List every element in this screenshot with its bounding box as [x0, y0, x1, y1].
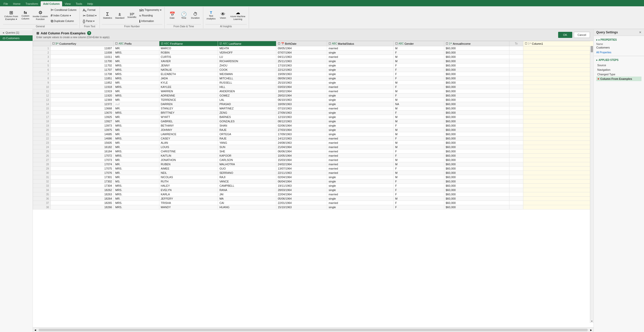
cell-column1-27[interactable]: [523, 158, 593, 162]
check-column1[interactable]: ☐: [525, 42, 527, 45]
tab-tools[interactable]: Tools: [73, 1, 85, 6]
cell-column1-19[interactable]: [523, 124, 593, 128]
check-gender[interactable]: ☐: [395, 42, 398, 45]
parse-btn[interactable]: {} Parse ▾: [82, 19, 97, 24]
step-column-from-examples[interactable]: ✕ Column From Examples: [596, 77, 641, 81]
col-header-customerkey[interactable]: ☐ 1²³ CustomerKey: [51, 41, 114, 46]
sidebar-collapse-arrow[interactable]: ◄: [2, 31, 5, 34]
column-from-examples-btn[interactable]: ⊞ Column FromExamples ▾: [3, 10, 19, 21]
check-lastname[interactable]: ☑: [219, 42, 222, 45]
steps-chevron[interactable]: ▸: [596, 59, 598, 61]
check-annualincome[interactable]: ☐: [446, 42, 448, 45]
cell-column1-29[interactable]: [523, 167, 593, 171]
col-header-firstname[interactable]: ☑ ABC FirstName: [159, 41, 218, 46]
cell-column1-18[interactable]: [523, 119, 593, 124]
step-source[interactable]: Source: [596, 63, 641, 67]
cell-column1-14[interactable]: [523, 102, 593, 106]
cell-column1-15[interactable]: [523, 106, 593, 111]
cell-column1-1[interactable]: [523, 46, 593, 51]
all-properties-link[interactable]: All Properties: [596, 51, 641, 54]
index-column-btn[interactable]: # Index Column ▾: [50, 13, 78, 18]
ok-button[interactable]: OK: [558, 32, 572, 38]
rounding-btn[interactable]: ≈ Rounding: [138, 13, 162, 18]
cancel-button[interactable]: Cancel: [574, 32, 590, 38]
scroll-right-btn[interactable]: ►: [589, 328, 593, 331]
cell-column1-7[interactable]: [523, 72, 593, 76]
invoke-custom-btn[interactable]: ⚙ Invoke CustomFunction: [32, 10, 49, 21]
duration-btn[interactable]: ⏱ Duration: [190, 11, 201, 20]
cell-column1-16[interactable]: [523, 111, 593, 115]
col-header-lastname[interactable]: ☑ ABC LastName: [218, 41, 276, 46]
cell-column1-21[interactable]: [523, 132, 593, 136]
scroll-left-btn[interactable]: ◄: [33, 328, 38, 331]
text-analytics-btn[interactable]: T TextAnalytics: [205, 10, 217, 21]
cell-column1-30[interactable]: [523, 171, 593, 175]
step-navigation[interactable]: Navigation: [596, 67, 641, 72]
cell-column1-13[interactable]: [523, 98, 593, 102]
scientific-btn[interactable]: 10² Scientific: [126, 12, 138, 19]
check-prefix[interactable]: ☐: [115, 42, 118, 45]
right-panel-close-btn[interactable]: ✕: [639, 31, 641, 34]
custom-column-btn[interactable]: fx CustomColumn: [20, 10, 31, 21]
check-customerkey[interactable]: ☐: [52, 42, 55, 45]
col-header-column1[interactable]: ☐ 1²³ Column1: [523, 41, 593, 46]
cell-column1-37[interactable]: [523, 201, 593, 205]
cell-column1-36[interactable]: [523, 197, 593, 201]
time-btn[interactable]: 🕐 Time: [178, 11, 189, 20]
cell-column1-26[interactable]: [523, 154, 593, 158]
col-header-gender[interactable]: ☐ ABC Gender: [393, 41, 444, 46]
help-icon[interactable]: ?: [87, 31, 91, 35]
tab-home[interactable]: Home: [11, 1, 23, 6]
format-btn[interactable]: A₁ Format: [82, 8, 97, 13]
sidebar-item-customers[interactable]: 🗃 Customers: [0, 35, 33, 41]
cell-column1-22[interactable]: [523, 136, 593, 141]
standard-btn[interactable]: ± Standard: [114, 11, 126, 20]
date-btn[interactable]: 📅 Date: [167, 11, 178, 20]
duplicate-column-btn[interactable]: ⧉ Duplicate Column: [50, 18, 78, 24]
cell-column1-34[interactable]: [523, 188, 593, 192]
cell-column1-24[interactable]: [523, 145, 593, 149]
horizontal-scrollbar[interactable]: [39, 329, 588, 331]
cell-column1-5[interactable]: [523, 63, 593, 68]
cell-column1-35[interactable]: [523, 192, 593, 197]
col-header-maritalstatus[interactable]: ☐ ABC MaritalStatus: [327, 41, 394, 46]
col-header-annualincome[interactable]: ☐ 1²³ AnnualIncome: [444, 41, 509, 46]
cell-column1-25[interactable]: [523, 149, 593, 154]
azure-ml-btn[interactable]: ☁ Azure MachineLearning: [229, 10, 247, 21]
cell-column1-9[interactable]: [523, 81, 593, 85]
conditional-column-btn[interactable]: ⊨ Conditional Column: [50, 7, 78, 12]
tab-help[interactable]: Help: [85, 1, 96, 6]
information-btn[interactable]: ℹ Information: [138, 19, 162, 24]
cell-column1-33[interactable]: [523, 184, 593, 188]
cell-column1-6[interactable]: [523, 68, 593, 72]
tab-add-column[interactable]: Add Column: [41, 1, 62, 6]
vision-btn[interactable]: 👁 Vision: [217, 11, 229, 20]
cell-column1-12[interactable]: [523, 93, 593, 98]
cell-column1-20[interactable]: [523, 128, 593, 132]
cell-column1-8[interactable]: [523, 76, 593, 81]
properties-chevron[interactable]: ▸: [596, 38, 598, 41]
tab-file[interactable]: File: [1, 1, 11, 6]
check-birthdate[interactable]: ☐: [278, 42, 280, 45]
check-firstname[interactable]: ☑: [161, 42, 163, 45]
extract-btn[interactable]: ✂ Extract ▾: [82, 13, 97, 18]
check-maritalstatus[interactable]: ☐: [329, 42, 331, 45]
cell-column1-3[interactable]: [523, 55, 593, 59]
tab-view[interactable]: View: [62, 1, 73, 6]
col-header-prefix[interactable]: ☐ ABC Prefix: [114, 41, 159, 46]
cell-column1-28[interactable]: [523, 162, 593, 167]
tab-transform[interactable]: Transform: [23, 1, 41, 6]
cell-column1-10[interactable]: [523, 85, 593, 89]
cell-column1-23[interactable]: [523, 141, 593, 145]
step-changed-type[interactable]: Changed Type: [596, 72, 641, 77]
statistics-btn[interactable]: Σ Statistics: [102, 11, 113, 20]
vertical-scrollbar[interactable]: ▲ ▼: [590, 41, 593, 323]
col-header-birthdate[interactable]: ☐ 📅 BirthDate: [276, 41, 327, 46]
cell-column1-2[interactable]: [523, 51, 593, 55]
scroll-down-btn[interactable]: ▼: [590, 320, 593, 323]
cell-column1-38[interactable]: [523, 205, 593, 209]
cell-column1-31[interactable]: [523, 175, 593, 179]
cell-column1-32[interactable]: [523, 179, 593, 184]
step-remove-icon[interactable]: ✕: [597, 78, 599, 80]
cell-column1-4[interactable]: [523, 59, 593, 63]
